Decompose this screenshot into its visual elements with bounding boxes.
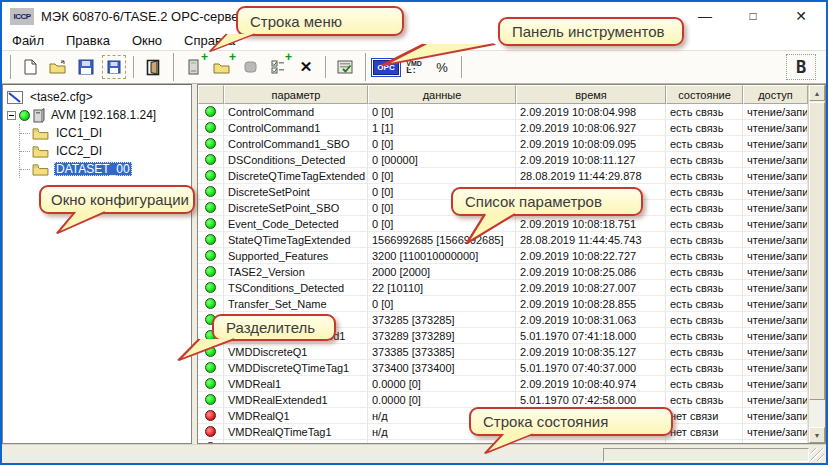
state-cell: есть связь: [666, 312, 743, 328]
plus-badge-icon: +: [229, 52, 236, 62]
table-row[interactable]: VMDReal10.0000 [0]2.09.2019 10:08:40.974…: [198, 376, 808, 392]
copy-button[interactable]: [237, 54, 263, 80]
green-status-icon: [205, 394, 216, 405]
tree-connector: [20, 151, 30, 152]
time-cell: 2.09.2019 10:08:09.095: [516, 136, 666, 152]
column-header-3[interactable]: состояние: [666, 85, 743, 104]
open-file-button[interactable]: [45, 54, 71, 80]
time-cell: 5.01.1970 07:42:58.000: [516, 392, 666, 408]
status-cell: [198, 216, 224, 232]
callout-config-window: Окно конфигурации: [39, 185, 195, 214]
properties-button[interactable]: [332, 54, 358, 80]
state-cell: есть связь: [666, 280, 743, 296]
tree-root-label: <tase2.cfg>: [28, 90, 95, 104]
menu-item-0[interactable]: Файл: [12, 33, 44, 48]
tree-folder-label: ICC1_DI: [54, 126, 104, 140]
delete-button[interactable]: ✕: [293, 54, 319, 80]
add-folder-button[interactable]: +: [209, 54, 235, 80]
status-cell: [198, 168, 224, 184]
access-cell: чтение/запись: [743, 104, 808, 120]
vertical-scrollbar[interactable]: ▲ ▼: [808, 85, 825, 443]
tree-item-dataset_00[interactable]: DATASET_00: [20, 160, 189, 178]
table-row[interactable]: VMDRealExtended10.0000 [0]5.01.1970 07:4…: [198, 392, 808, 408]
maximize-button[interactable]: □: [744, 7, 762, 25]
callout-toolbar: Панель инструментов: [498, 17, 684, 46]
menu-item-2[interactable]: Окно: [132, 33, 162, 48]
scrollbar-thumb[interactable]: [809, 102, 825, 400]
param-cell: Event_Code_Detected: [224, 216, 368, 232]
time-cell: 2.09.2019 10:08:40.974: [516, 376, 666, 392]
param-cell: ControlCommand: [224, 104, 368, 120]
state-cell: есть связь: [666, 136, 743, 152]
param-cell: [224, 440, 368, 443]
status-cell: [198, 360, 224, 376]
status-cell: [198, 248, 224, 264]
table-row[interactable]: DiscreteQTimeTagExtended0 [0]28.08.2019 …: [198, 168, 808, 184]
time-cell: 28.08.2019 11:44:45.743: [516, 232, 666, 248]
tree-item-icc2_di[interactable]: ICC2_DI: [20, 142, 189, 160]
tree-folder-label: ICC2_DI: [54, 144, 104, 158]
time-cell: 2.09.2019 10:08:04.998: [516, 104, 666, 120]
column-header-status[interactable]: [198, 85, 224, 104]
time-cell: 2.09.2019 10:08:22.727: [516, 248, 666, 264]
menu-item-1[interactable]: Правка: [66, 33, 110, 48]
red-status-icon: [205, 410, 216, 421]
toolbar-separator: [133, 56, 134, 78]
data-cell: 0 [0]: [368, 104, 516, 120]
table-row[interactable]: TASE2_Version2000 [2000]2.09.2019 10:08:…: [198, 264, 808, 280]
param-cell: DiscreteSetPoint: [224, 184, 368, 200]
table-row[interactable]: VMDDiscreteQTimeTag1373400 [373400]5.01.…: [198, 360, 808, 376]
status-cell: [198, 104, 224, 120]
tree-item-icc1_di[interactable]: ICC1_DI: [20, 124, 189, 142]
new-file-button[interactable]: [17, 54, 43, 80]
state-cell: есть связь: [666, 344, 743, 360]
table-row[interactable]: Transfer_Set_Name0 [0]2.09.2019 10:08:28…: [198, 296, 808, 312]
state-cell: есть связь: [666, 184, 743, 200]
resize-grip[interactable]: [811, 448, 824, 461]
scroll-up-button[interactable]: ▲: [809, 85, 825, 101]
tree-item-server[interactable]: AVM [192.168.1.24]: [5, 106, 189, 124]
green-status-icon: [205, 202, 216, 213]
column-header-4[interactable]: доступ: [743, 85, 808, 104]
green-status-icon: [205, 298, 216, 309]
state-cell: нет связи: [666, 424, 743, 440]
collapse-expander-icon[interactable]: [7, 111, 16, 120]
access-cell: чтение/запись: [743, 360, 808, 376]
data-cell: 0 [0]: [368, 296, 516, 312]
vmd-sub-glyph: Ŀ:: [406, 67, 417, 74]
table-row[interactable]: ControlCommand1_SBO0 [0]2.09.2019 10:08:…: [198, 136, 808, 152]
exit-button[interactable]: [140, 54, 166, 80]
close-button[interactable]: ✕: [792, 7, 810, 25]
table-row[interactable]: ControlCommand11 [1]2.09.2019 10:08:06.9…: [198, 120, 808, 136]
callout-tail: [378, 44, 518, 66]
table-row[interactable]: DSConditions_Detected0 [00000]2.09.2019 …: [198, 152, 808, 168]
save-button[interactable]: [73, 54, 99, 80]
save-all-button[interactable]: [101, 54, 127, 80]
tree-item-config-root[interactable]: <tase2.cfg>: [5, 88, 189, 106]
app-icon: ICCP: [10, 8, 34, 25]
add-item-button[interactable]: +: [265, 54, 291, 80]
table-row[interactable]: ControlCommand0 [0]2.09.2019 10:08:04.99…: [198, 104, 808, 120]
time-cell: 2.09.2019 10:08:35.127: [516, 344, 666, 360]
green-status-icon: [205, 362, 216, 373]
callout-text: Список параметров: [465, 193, 602, 210]
data-cell: 0.0000 [0]: [368, 376, 516, 392]
column-header-2[interactable]: время: [516, 85, 666, 104]
column-header-1[interactable]: данные: [368, 85, 516, 104]
table-row[interactable]: VMDDiscreteQ1373385 [373385]2.09.2019 10…: [198, 344, 808, 360]
delete-x-icon: ✕: [300, 58, 313, 76]
minimize-button[interactable]: —: [696, 7, 714, 25]
column-header-0[interactable]: параметр: [224, 85, 368, 104]
server-icon: [33, 108, 45, 123]
toolbar-separator: [325, 56, 326, 78]
parameter-list-panel: параметрданныевремясостояниедоступ Contr…: [197, 84, 826, 444]
param-cell: TASE2_Version: [224, 264, 368, 280]
param-cell: Supported_Features: [224, 248, 368, 264]
table-row[interactable]: Supported_Features3200 [110010000000]2.0…: [198, 248, 808, 264]
state-cell: есть связь: [666, 264, 743, 280]
scroll-down-button[interactable]: ▼: [809, 427, 825, 443]
param-cell: VMDRealQ1: [224, 408, 368, 424]
add-server-button[interactable]: +: [181, 54, 207, 80]
toolbar-grip[interactable]: [8, 55, 11, 79]
table-row[interactable]: TSConditions_Detected22 [10110]2.09.2019…: [198, 280, 808, 296]
